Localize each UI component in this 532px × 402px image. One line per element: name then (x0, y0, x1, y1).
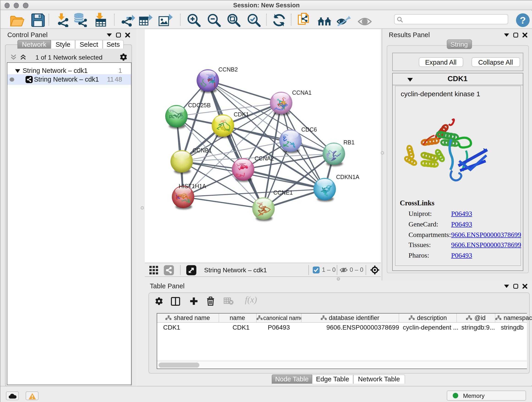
svg-text:CDK1: CDK1 (234, 111, 249, 117)
svg-text:CCNB2: CCNB2 (218, 66, 238, 72)
svg-text:CCNE1: CCNE1 (273, 189, 293, 196)
svg-text:CCNA2: CCNA2 (254, 155, 274, 161)
svg-text:CDC6: CDC6 (301, 126, 317, 133)
svg-text:RB1: RB1 (343, 139, 355, 145)
svg-text:CCNB1: CCNB1 (192, 147, 212, 153)
svg-text:CCNA1: CCNA1 (292, 89, 311, 96)
svg-text:?: ? (520, 14, 526, 26)
svg-text:HIST1H1A: HIST1H1A (178, 183, 206, 189)
svg-text:CDC25B: CDC25B (188, 102, 210, 108)
svg-text:CDKN1A: CDKN1A (336, 173, 359, 180)
